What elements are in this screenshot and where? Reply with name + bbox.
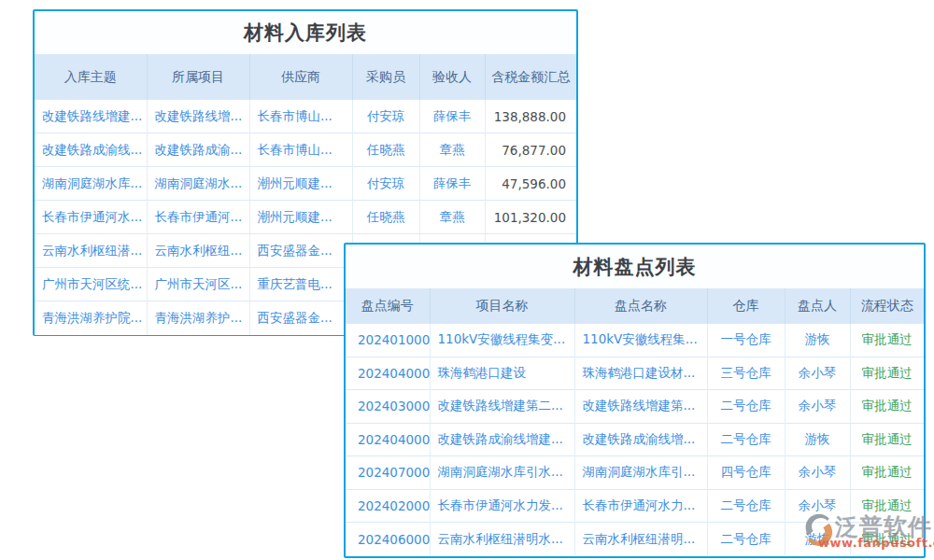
table-cell[interactable]: 2024010008 [346, 324, 430, 357]
table-cell: 付安琼 [352, 100, 419, 133]
table-cell[interactable]: 云南水利枢纽潜... [35, 234, 147, 268]
table-cell[interactable]: 云南水利枢纽... [147, 234, 249, 268]
table-cell[interactable]: 长春市博山... [249, 133, 352, 167]
table-cell: 任晓燕 [352, 133, 419, 167]
table-cell[interactable]: 青海洪湖养护... [147, 301, 249, 335]
table-cell[interactable]: 改建铁路成渝线增... [574, 423, 707, 456]
table-row: 改建铁路成渝线...改建铁路成渝...长春市博山...任晓燕章燕76,877.0… [35, 133, 576, 167]
table-cell[interactable]: 改建铁路线增... [147, 100, 249, 133]
column-header: 供应商 [249, 54, 352, 100]
table-cell: 审批通过 [850, 423, 924, 456]
table-cell[interactable]: 四号仓库 [707, 456, 785, 490]
table-cell: 付安琼 [352, 167, 419, 201]
table-cell[interactable]: 云南水利枢纽潜明水... [430, 523, 574, 556]
table-cell[interactable]: 湖南洞庭湖水库... [35, 167, 147, 201]
table-cell: 章燕 [419, 201, 485, 234]
column-header: 盘点人 [785, 288, 850, 324]
table-cell[interactable]: 潮州元顺建... [249, 201, 352, 234]
table-cell[interactable]: 二号仓库 [707, 489, 785, 523]
table-cell[interactable]: 一号仓库 [707, 324, 785, 357]
table-cell: 审批通过 [850, 489, 924, 523]
table-cell[interactable]: 2024040001 [346, 423, 430, 456]
stocktake-table-head: 盘点编号项目名称盘点名称仓库盘点人流程状态 [346, 288, 924, 324]
table-cell: 余小琴 [785, 390, 850, 424]
table-cell: 76,877.00 [485, 133, 576, 167]
column-header: 采购员 [352, 54, 419, 100]
table-cell[interactable]: 改建铁路线增建... [35, 100, 147, 133]
table-row: 2024040003珠海鹤港口建设珠海鹤港口建设材...三号仓库余小琴审批通过 [346, 357, 924, 390]
table-cell: 薛保丰 [419, 100, 485, 133]
table-cell[interactable]: 改建铁路成渝线增建... [430, 423, 574, 456]
stocktake-list-panel: 材料盘点列表 盘点编号项目名称盘点名称仓库盘点人流程状态 20240100081… [344, 243, 926, 558]
table-cell[interactable]: 长春市伊通河水力发... [430, 489, 574, 523]
table-cell: 游恢 [785, 523, 850, 556]
column-header: 验收人 [419, 54, 485, 100]
inbound-table-head: 入库主题所属项目供应商采购员验收人含税金额汇总 [35, 54, 576, 100]
stocktake-table-body: 2024010008110kV安徽线程集变...110kV安徽线程集...一号仓… [346, 324, 924, 556]
table-cell: 审批通过 [850, 523, 924, 556]
table-cell[interactable]: 三号仓库 [707, 357, 785, 390]
table-cell: 余小琴 [785, 456, 850, 490]
column-header: 盘点编号 [346, 288, 430, 324]
table-cell[interactable]: 云南水利枢纽潜明... [574, 523, 707, 556]
table-cell[interactable]: 改建铁路成渝... [147, 133, 249, 167]
table-cell: 章燕 [419, 133, 485, 167]
table-cell[interactable]: 2024040003 [346, 357, 430, 390]
table-cell[interactable]: 西安盛器金... [249, 301, 352, 335]
column-header: 所属项目 [147, 54, 249, 100]
table-cell[interactable]: 2024020005 [346, 489, 430, 523]
table-cell[interactable]: 改建铁路成渝线... [35, 133, 147, 167]
column-header: 入库主题 [35, 54, 147, 100]
table-cell[interactable]: 西安盛器金... [249, 234, 352, 268]
table-cell[interactable]: 广州市天河区统... [35, 268, 147, 301]
table-cell[interactable]: 2024070001 [346, 456, 430, 490]
table-cell[interactable]: 湖南洞庭湖水库引水... [430, 456, 574, 490]
stocktake-list-title: 材料盘点列表 [346, 245, 924, 288]
table-cell[interactable]: 长春市博山... [249, 100, 352, 133]
column-header: 盘点名称 [574, 288, 707, 324]
table-row: 长春市伊通河水...长春市伊通河...潮州元顺建...任晓燕章燕101,320.… [35, 201, 576, 234]
table-cell[interactable]: 长春市伊通河水... [35, 201, 147, 234]
table-row: 2024040001改建铁路成渝线增建...改建铁路成渝线增...二号仓库游恢审… [346, 423, 924, 456]
table-row: 2024030004改建铁路线增建第二...改建铁路线增建第...二号仓库余小琴… [346, 390, 924, 424]
table-cell[interactable]: 改建铁路线增建第... [574, 390, 707, 424]
table-cell: 审批通过 [850, 456, 924, 490]
table-cell[interactable]: 广州市天河区... [147, 268, 249, 301]
table-cell[interactable]: 长春市伊通河... [147, 201, 249, 234]
table-row: 2024020005长春市伊通河水力发...长春市伊通河水力...二号仓库余小琴… [346, 489, 924, 523]
table-cell: 余小琴 [785, 489, 850, 523]
table-cell: 薛保丰 [419, 167, 485, 201]
table-cell[interactable]: 二号仓库 [707, 523, 785, 556]
table-cell[interactable]: 珠海鹤港口建设 [430, 357, 574, 390]
table-cell: 游恢 [785, 324, 850, 357]
table-cell[interactable]: 110kV安徽线程集... [574, 324, 707, 357]
column-header: 仓库 [707, 288, 785, 324]
table-cell[interactable]: 湖南洞庭湖水库引... [574, 456, 707, 490]
table-row: 2024060001云南水利枢纽潜明水...云南水利枢纽潜明...二号仓库游恢审… [346, 523, 924, 556]
table-row: 2024070001湖南洞庭湖水库引水...湖南洞庭湖水库引...四号仓库余小琴… [346, 456, 924, 490]
table-cell: 审批通过 [850, 390, 924, 424]
column-header: 流程状态 [850, 288, 924, 324]
table-cell[interactable]: 重庆艺普电... [249, 268, 352, 301]
table-cell[interactable]: 二号仓库 [707, 390, 785, 424]
column-header: 项目名称 [430, 288, 574, 324]
table-cell[interactable]: 2024030004 [346, 390, 430, 424]
table-cell: 101,320.00 [485, 201, 576, 234]
table-row: 改建铁路线增建...改建铁路线增...长春市博山...付安琼薛保丰138,888… [35, 100, 576, 133]
table-cell[interactable]: 湖南洞庭湖水... [147, 167, 249, 201]
table-cell: 任晓燕 [352, 201, 419, 234]
table-cell[interactable]: 长春市伊通河水力... [574, 489, 707, 523]
table-cell[interactable]: 2024060001 [346, 523, 430, 556]
table-cell[interactable]: 二号仓库 [707, 423, 785, 456]
table-cell[interactable]: 改建铁路线增建第二... [430, 390, 574, 424]
table-cell: 138,888.00 [485, 100, 576, 133]
table-cell[interactable]: 珠海鹤港口建设材... [574, 357, 707, 390]
stocktake-table: 盘点编号项目名称盘点名称仓库盘点人流程状态 2024010008110kV安徽线… [346, 288, 924, 555]
table-cell: 47,596.00 [485, 167, 576, 201]
table-cell[interactable]: 潮州元顺建... [249, 167, 352, 201]
column-header: 含税金额汇总 [485, 54, 576, 100]
table-cell: 审批通过 [850, 357, 924, 390]
table-cell[interactable]: 青海洪湖养护院... [35, 301, 147, 335]
table-cell[interactable]: 110kV安徽线程集变... [430, 324, 574, 357]
table-cell: 余小琴 [785, 357, 850, 390]
